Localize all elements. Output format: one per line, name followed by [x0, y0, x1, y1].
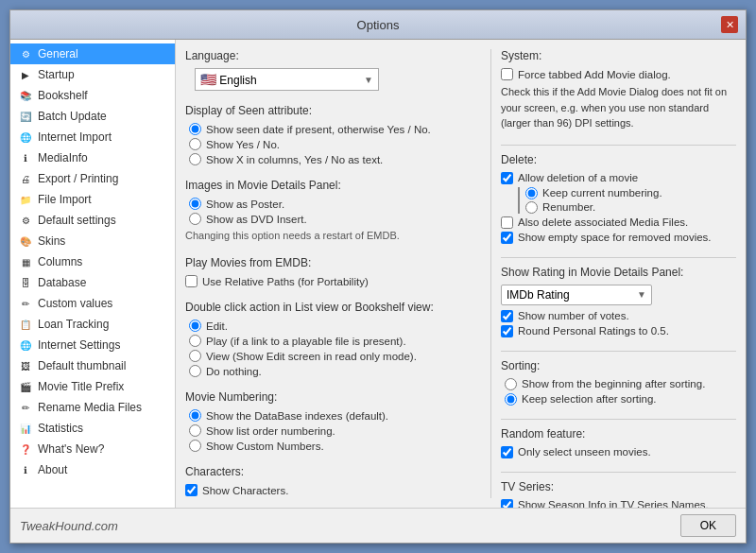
sidebar-item-file-import[interactable]: 📁 File Import [10, 189, 175, 210]
round-ratings[interactable]: Round Personal Ratings to 0.5. [501, 325, 736, 337]
sort-from-beginning[interactable]: Show from the beginning after sorting. [505, 378, 736, 390]
sidebar-icon: 🎬 [18, 379, 33, 394]
sidebar-item-internet-import[interactable]: 🌐 Internet Import [10, 127, 175, 147]
rating-section: Show Rating in Movie Details Panel: IMDb… [501, 266, 736, 337]
show-votes[interactable]: Show number of votes. [501, 310, 736, 322]
sidebar-icon: ▦ [18, 254, 33, 269]
sidebar-item-general[interactable]: ⚙ General [10, 43, 175, 64]
seen-radio-1[interactable] [189, 123, 201, 135]
sidebar-item-mediainfo[interactable]: ℹ MediaInfo [10, 147, 175, 168]
sidebar-item-export---printing[interactable]: 🖨 Export / Printing [10, 168, 175, 189]
images-dvd[interactable]: Show as DVD Insert. [189, 213, 481, 225]
season-info[interactable]: Show Season Info in TV Series Names. [501, 499, 736, 509]
tvseries-section: TV Series: Show Season Info in TV Series… [501, 480, 736, 509]
language-dropdown[interactable]: 🇺🇸 English ▼ [195, 68, 379, 91]
seen-radio-3[interactable] [189, 153, 201, 165]
force-tabbed[interactable]: Force tabbed Add Movie dialog. [501, 68, 736, 80]
images-radio-2[interactable] [189, 213, 201, 225]
sidebar-item-internet-settings[interactable]: 🌐 Internet Settings [10, 335, 175, 355]
sidebar-item-loan-tracking[interactable]: 📋 Loan Tracking [10, 314, 175, 335]
sidebar-item-skins[interactable]: 🎨 Skins [10, 231, 175, 251]
allow-deletion[interactable]: Allow deletion of a movie [501, 172, 736, 184]
dblclick-radio-1[interactable] [189, 320, 201, 332]
renumber[interactable]: Renumber. [525, 201, 736, 214]
images-poster[interactable]: Show as Poster. [189, 198, 481, 210]
sidebar-item-default-settings[interactable]: ⚙ Default settings [10, 210, 175, 231]
dblclick-radio-4[interactable] [189, 365, 201, 377]
play-relative-paths[interactable]: Use Relative Paths (for Portability) [185, 275, 481, 287]
sidebar-item-startup[interactable]: ▶ Startup [10, 64, 175, 85]
sidebar-icon: 🌐 [18, 337, 33, 353]
sidebar: ⚙ General▶ Startup📚 Bookshelf🔄 Batch Upd… [10, 40, 176, 508]
system-note: Check this if the Add Movie Dialog does … [501, 84, 736, 131]
sidebar-item-database[interactable]: 🗄 Database [10, 272, 175, 293]
dblclick-view[interactable]: View (Show Edit screen in read only mode… [189, 350, 481, 362]
seen-radio-2[interactable] [189, 138, 201, 150]
show-votes-checkbox[interactable] [501, 310, 513, 322]
language-value: English [219, 74, 256, 87]
delete-media[interactable]: Also delete associated Media Files. [501, 216, 736, 229]
renumber-radio[interactable] [525, 201, 538, 214]
sort-radio-1[interactable] [505, 378, 517, 390]
sidebar-icon: 📋 [18, 317, 33, 332]
season-info-checkbox[interactable] [501, 499, 513, 509]
close-button[interactable]: ✕ [721, 16, 738, 33]
language-section: Language: 🇺🇸 English ▼ [185, 49, 481, 91]
numbering-db[interactable]: Show the DataBase indexes (default). [189, 409, 481, 422]
sidebar-item-statistics[interactable]: 📊 Statistics [10, 418, 175, 439]
sidebar-item-bookshelf[interactable]: 📚 Bookshelf [10, 85, 175, 106]
numbering-radio-1[interactable] [189, 409, 201, 422]
sidebar-item-about[interactable]: ℹ About [10, 459, 175, 480]
dblclick-play[interactable]: Play (if a link to a playable file is pr… [189, 335, 481, 347]
dblclick-options: Edit. Play (if a link to a playable file… [185, 320, 481, 377]
sidebar-item-what-s-new-[interactable]: ❓ What's New? [10, 439, 175, 459]
sidebar-item-rename-media-files[interactable]: ✏ Rename Media Files [10, 397, 175, 418]
dblclick-edit[interactable]: Edit. [189, 320, 481, 332]
sidebar-item-label: Statistics [38, 422, 83, 435]
seen-option-2[interactable]: Show Yes / No. [189, 138, 481, 150]
delete-label: Delete: [501, 153, 736, 166]
images-radio-1[interactable] [189, 198, 201, 210]
keep-selection[interactable]: Keep selection after sorting. [505, 393, 736, 406]
dblclick-nothing[interactable]: Do nothing. [189, 365, 481, 377]
keep-numbering-radio[interactable] [525, 187, 538, 199]
seen-option-1[interactable]: Show seen date if present, otherwise Yes… [189, 123, 481, 135]
numbering-radio-2[interactable] [189, 424, 201, 437]
numbering-radio-3[interactable] [189, 440, 201, 452]
unseen-checkbox[interactable] [501, 446, 513, 458]
rating-dropdown[interactable]: IMDb Rating ▼ [501, 285, 652, 305]
round-ratings-checkbox[interactable] [501, 325, 513, 337]
unseen-movies[interactable]: Only select unseen movies. [501, 446, 736, 458]
sidebar-item-label: Startup [38, 68, 75, 81]
seen-option-3[interactable]: Show X in columns, Yes / No as text. [189, 153, 481, 165]
force-tabbed-checkbox[interactable] [501, 68, 513, 80]
ok-button[interactable]: OK [680, 514, 736, 537]
divider-1 [501, 145, 736, 146]
sorting-options: Show from the beginning after sorting. K… [501, 378, 736, 406]
language-label: Language: [185, 49, 481, 62]
show-empty-space[interactable]: Show empty space for removed movies. [501, 232, 736, 244]
delete-section: Delete: Allow deletion of a movie Keep c… [501, 153, 736, 244]
sidebar-icon: 🔄 [18, 109, 33, 124]
dblclick-label: Double click action in List view or Book… [185, 301, 481, 314]
numbering-custom[interactable]: Show Custom Numbers. [189, 440, 481, 452]
sidebar-item-label: Columns [38, 255, 82, 268]
sidebar-item-default-thumbnail[interactable]: 🖼 Default thumbnail [10, 355, 175, 376]
dblclick-radio-2[interactable] [189, 335, 201, 347]
delete-media-checkbox[interactable] [501, 216, 513, 229]
dblclick-radio-3[interactable] [189, 350, 201, 362]
sidebar-item-columns[interactable]: ▦ Columns [10, 251, 175, 272]
sidebar-icon: 🖼 [18, 358, 33, 373]
keep-numbering[interactable]: Keep current numbering. [525, 187, 736, 199]
characters-checkbox[interactable] [185, 484, 198, 496]
show-characters[interactable]: Show Characters. [185, 484, 481, 496]
show-empty-checkbox[interactable] [501, 232, 513, 244]
sidebar-item-custom-values[interactable]: ✏ Custom values [10, 293, 175, 314]
sort-radio-2[interactable] [505, 393, 517, 406]
numbering-list[interactable]: Show list order numbering. [189, 424, 481, 437]
sidebar-item-batch-update[interactable]: 🔄 Batch Update [10, 106, 175, 127]
sidebar-item-movie-title-prefix[interactable]: 🎬 Movie Title Prefix [10, 376, 175, 397]
allow-deletion-checkbox[interactable] [501, 172, 513, 184]
play-checkbox[interactable] [185, 275, 198, 287]
play-label: Play Movies from EMDB: [185, 256, 481, 269]
